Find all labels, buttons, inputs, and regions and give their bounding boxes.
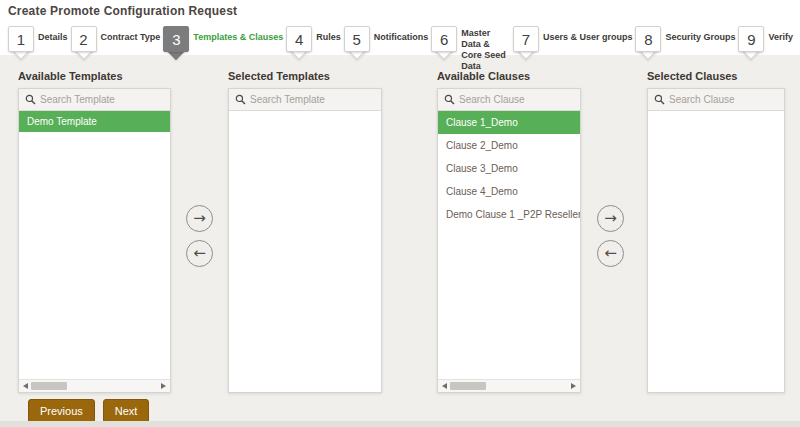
step-badge: 9 — [738, 26, 764, 64]
selected-clauses-listbox — [647, 88, 785, 393]
selected-templates-header: Selected Templates — [228, 70, 382, 82]
scroll-right-icon[interactable] — [571, 383, 576, 389]
step-master-data-core-seed-data[interactable]: 6 Master Data & Core Seed Data — [431, 26, 513, 72]
available-templates-search-input[interactable] — [40, 94, 164, 105]
list-item-clause-2[interactable]: Clause 2_Demo — [438, 134, 580, 157]
search-icon — [654, 94, 665, 105]
list-item-clause-3[interactable]: Clause 3_Demo — [438, 157, 580, 180]
selected-clauses-column: Selected Clauses — [647, 70, 785, 393]
step-verify[interactable]: 9 Verify — [738, 26, 796, 64]
horizontal-scrollbar[interactable] — [19, 379, 170, 392]
step-label: Verify — [768, 32, 793, 42]
page-title: Create Promote Configuration Request — [8, 4, 237, 18]
available-clauses-items: Clause 1_Demo Clause 2_Demo Clause 3_Dem… — [438, 111, 580, 226]
available-templates-header: Available Templates — [18, 70, 171, 82]
create-promote-configuration-page: Create Promote Configuration Request 1 D… — [0, 0, 800, 427]
templates-transfer-controls: → ← — [186, 205, 213, 267]
selected-templates-search-input[interactable] — [250, 94, 375, 105]
step-badge: 1 — [8, 26, 34, 64]
available-templates-search — [19, 89, 170, 111]
scroll-right-icon[interactable] — [161, 383, 166, 389]
step-number: 8 — [635, 26, 661, 52]
step-number: 6 — [431, 26, 457, 52]
bottom-strip — [0, 421, 800, 427]
step-badge: 7 — [513, 26, 539, 64]
next-button[interactable]: Next — [103, 399, 150, 423]
selected-clauses-header: Selected Clauses — [647, 70, 785, 82]
scroll-left-icon[interactable] — [442, 383, 447, 389]
available-clauses-listbox: Clause 1_Demo Clause 2_Demo Clause 3_Dem… — [437, 88, 581, 393]
step-label: Security Groups — [665, 32, 735, 42]
step-badge: 6 — [431, 26, 457, 64]
step-security-groups[interactable]: 8 Security Groups — [635, 26, 738, 64]
step-number: 7 — [513, 26, 539, 52]
step-badge: 4 — [286, 26, 312, 64]
selected-clauses-search-input[interactable] — [669, 94, 778, 105]
scroll-left-icon[interactable] — [23, 383, 28, 389]
list-item-clause-4[interactable]: Clause 4_Demo — [438, 180, 580, 203]
available-templates-listbox: Demo Template — [18, 88, 171, 393]
step-label: Contract Type — [101, 32, 161, 42]
selected-templates-listbox — [228, 88, 382, 393]
search-icon — [25, 94, 36, 105]
step-label: Templates & Clauses — [193, 32, 283, 42]
step-label: Details — [38, 32, 68, 42]
move-clause-right-button[interactable]: → — [597, 205, 624, 232]
step-number: 4 — [286, 26, 312, 52]
step-number: 3 — [163, 26, 189, 52]
list-item-demo-template[interactable]: Demo Template — [19, 111, 170, 132]
available-clauses-column: Available Clauses Clause 1_Demo Clause 2… — [437, 70, 581, 393]
search-icon — [235, 94, 246, 105]
step-number: 5 — [344, 26, 370, 52]
step-number: 1 — [8, 26, 34, 52]
available-clauses-search-input[interactable] — [459, 94, 574, 105]
step-badge: 2 — [71, 26, 97, 64]
step-templates-clauses[interactable]: 3 Templates & Clauses — [163, 26, 286, 64]
search-icon — [444, 94, 455, 105]
available-templates-column: Available Templates Demo Template — [18, 70, 171, 393]
step-details[interactable]: 1 Details — [8, 26, 71, 64]
step-badge: 3 — [163, 26, 189, 64]
wizard-footer: Previous Next — [28, 399, 149, 423]
scroll-thumb[interactable] — [450, 382, 486, 390]
available-clauses-search — [438, 89, 580, 111]
clauses-transfer-controls: → ← — [597, 205, 624, 267]
step-rules[interactable]: 4 Rules — [286, 26, 344, 64]
step-users-user-groups[interactable]: 7 Users & User groups — [513, 26, 636, 64]
step-notifications[interactable]: 5 Notifications — [344, 26, 432, 64]
move-template-right-button[interactable]: → — [186, 205, 213, 232]
step-contract-type[interactable]: 2 Contract Type — [71, 26, 164, 64]
step-number: 2 — [71, 26, 97, 52]
available-clauses-header: Available Clauses — [437, 70, 581, 82]
step-label: Notifications — [374, 32, 429, 42]
selected-templates-search — [229, 89, 381, 111]
previous-button[interactable]: Previous — [28, 399, 95, 423]
step-badge: 5 — [344, 26, 370, 64]
list-item-demo-clause-p2p[interactable]: Demo Clause 1 _P2P Reseller — [438, 203, 580, 226]
horizontal-scrollbar[interactable] — [438, 379, 580, 392]
selected-templates-column: Selected Templates — [228, 70, 382, 393]
wizard-step-bar: 1 Details 2 Contract Type 3 Templates & … — [8, 26, 796, 72]
move-template-left-button[interactable]: ← — [186, 240, 213, 267]
step-label: Master Data & Core Seed Data — [461, 28, 510, 72]
step-label: Users & User groups — [543, 32, 633, 42]
step-badge: 8 — [635, 26, 661, 64]
available-templates-items: Demo Template — [19, 111, 170, 132]
scroll-thumb[interactable] — [31, 382, 67, 390]
selected-clauses-search — [648, 89, 784, 111]
move-clause-left-button[interactable]: ← — [597, 240, 624, 267]
list-item-clause-1[interactable]: Clause 1_Demo — [438, 111, 580, 134]
step-number: 9 — [738, 26, 764, 52]
step-label: Rules — [316, 32, 341, 42]
